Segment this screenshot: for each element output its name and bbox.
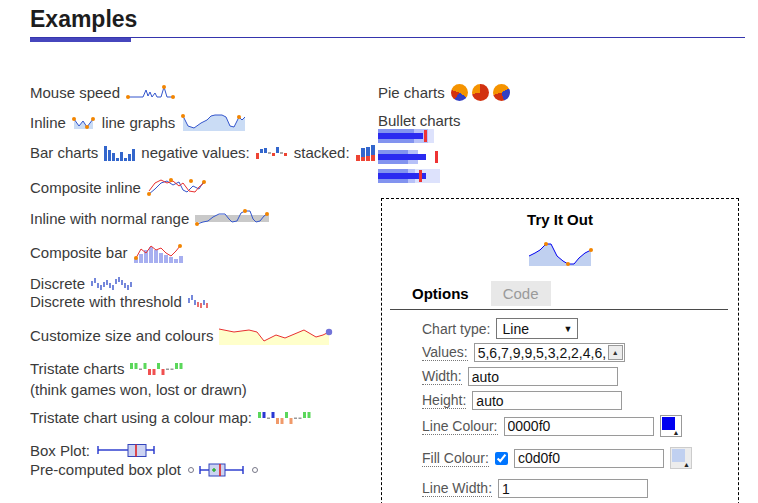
- discrete-sparkline: [91, 277, 135, 291]
- color-swatch-arrow-icon: ▲: [673, 429, 680, 436]
- line-graphs-label: line graphs: [102, 114, 175, 131]
- composite-bar-sparkline: [134, 241, 184, 263]
- tab-code[interactable]: Code: [491, 281, 551, 306]
- tristate-label: Tristate charts: [30, 360, 124, 377]
- example-row-inline: Inline line graphs: [30, 112, 247, 132]
- tristate-note: (think games won, lost or drawn): [30, 381, 247, 398]
- bullet-charts-label: Bullet charts: [378, 112, 461, 129]
- inline-mini-sparkline: [72, 115, 96, 130]
- fill-colour-row: Fill Colour: ▲: [422, 447, 692, 469]
- line-width-input[interactable]: [498, 479, 648, 498]
- inline-label: Inline: [30, 114, 66, 131]
- negative-bar-sparkline: [256, 145, 288, 160]
- pie-chart-3: [493, 84, 510, 101]
- example-row-composite-bar: Composite bar: [30, 241, 184, 263]
- precomputed-box-label: Pre-computed box plot: [30, 461, 181, 478]
- tristate-sparkline: [130, 361, 186, 377]
- tristate-colormap-sparkline: [258, 410, 314, 426]
- tab-divider: [390, 309, 728, 310]
- example-row-bar-charts: Bar charts negative values: stacked:: [30, 144, 377, 161]
- chart-type-select[interactable]: Line ▼: [496, 318, 578, 339]
- pie-sparklines: [451, 84, 510, 101]
- stacked-label: stacked:: [294, 144, 350, 161]
- height-row: Height:: [422, 391, 622, 410]
- example-row-discrete-threshold: Discrete with threshold: [30, 293, 212, 310]
- tab-bar: Options Code: [404, 281, 551, 306]
- fill-colour-checkbox[interactable]: [495, 452, 508, 465]
- normal-range-label: Inline with normal range: [30, 210, 189, 227]
- customize-sparkline: [219, 325, 335, 346]
- fill-colour-label: Fill Colour:: [422, 450, 489, 467]
- mouse-speed-label: Mouse speed: [30, 84, 120, 101]
- page-title: Examples: [30, 6, 137, 33]
- try-it-out-title: Try It Out: [382, 211, 738, 228]
- discrete-threshold-label: Discrete with threshold: [30, 293, 182, 310]
- example-row-tristate-map: Tristate chart using a colour map:: [30, 409, 314, 426]
- negative-values-label: negative values:: [141, 144, 249, 161]
- title-rule-thick: [30, 38, 131, 42]
- line-colour-row: Line Colour: ▲: [422, 415, 682, 437]
- pie-charts-label: Pie charts: [378, 84, 445, 101]
- stacked-bar-sparkline: [356, 144, 377, 161]
- composite-bar-label: Composite bar: [30, 244, 128, 261]
- bar-chart-sparkline: [104, 145, 135, 161]
- customize-label: Customize size and colours: [30, 327, 213, 344]
- sparkline-examples-page: Examples Mouse speed Inline line graphs …: [0, 0, 758, 503]
- discrete-label: Discrete: [30, 275, 85, 292]
- pie-chart-1: [451, 84, 468, 101]
- bullet-chart-2: [378, 150, 440, 164]
- inline-line-graph-sparkline: [181, 112, 247, 132]
- bullet-chart-3: [378, 169, 440, 183]
- box-plot-label: Box Plot:: [30, 442, 90, 459]
- chart-type-selected-value: Line: [502, 321, 528, 337]
- line-colour-input[interactable]: [504, 417, 654, 436]
- pie-charts-row: Pie charts: [378, 84, 510, 101]
- composite-inline-sparkline: [147, 176, 209, 198]
- values-row: Values: ▲: [422, 343, 625, 362]
- precomputed-box-plot-sparkline: [187, 462, 265, 477]
- chevron-down-icon: ▼: [564, 324, 573, 334]
- example-row-tristate-note: (think games won, lost or drawn): [30, 381, 247, 398]
- bullet-chart-1: [378, 129, 440, 143]
- chart-type-label: Chart type:: [422, 321, 490, 337]
- example-row-discrete: Discrete: [30, 275, 135, 292]
- values-label: Values:: [422, 344, 468, 361]
- values-input[interactable]: [474, 343, 625, 362]
- line-colour-swatch-button[interactable]: ▲: [660, 415, 682, 437]
- mouse-speed-sparkline: [126, 84, 182, 101]
- try-it-out-panel: Try It Out Options Code Chart type: Line…: [381, 198, 739, 503]
- color-swatch-arrow-icon: ▲: [683, 461, 690, 468]
- fill-colour-swatch-button[interactable]: ▲: [670, 447, 692, 469]
- width-label: Width:: [422, 368, 462, 385]
- tristate-map-label: Tristate chart using a colour map:: [30, 409, 252, 426]
- preview-sparkline: [527, 241, 593, 267]
- tab-options[interactable]: Options: [404, 281, 477, 306]
- width-input[interactable]: [468, 367, 618, 386]
- line-width-label: Line Width:: [422, 480, 492, 497]
- example-row-mouse-speed: Mouse speed: [30, 84, 182, 101]
- example-row-box-plot: Box Plot:: [30, 442, 158, 459]
- box-plot-sparkline: [96, 443, 158, 458]
- line-width-row: Line Width:: [422, 479, 648, 498]
- pie-chart-2: [472, 84, 489, 101]
- values-expand-icon[interactable]: ▲: [608, 345, 623, 360]
- height-label: Height:: [422, 392, 466, 409]
- line-colour-label: Line Colour:: [422, 418, 498, 435]
- example-row-precomputed-box: Pre-computed box plot: [30, 461, 265, 478]
- chart-type-row: Chart type: Line ▼: [422, 318, 578, 339]
- width-row: Width:: [422, 367, 618, 386]
- fill-colour-input[interactable]: [514, 449, 664, 468]
- title-rule-thin: [30, 37, 745, 38]
- normal-range-sparkline: [195, 208, 269, 228]
- example-row-tristate: Tristate charts: [30, 360, 186, 377]
- example-row-composite-inline: Composite inline: [30, 176, 209, 198]
- composite-inline-label: Composite inline: [30, 179, 141, 196]
- bar-charts-label: Bar charts: [30, 144, 98, 161]
- height-input[interactable]: [472, 391, 622, 410]
- example-row-normal-range: Inline with normal range: [30, 208, 269, 228]
- discrete-threshold-sparkline: [188, 295, 212, 309]
- example-row-customize: Customize size and colours: [30, 325, 335, 346]
